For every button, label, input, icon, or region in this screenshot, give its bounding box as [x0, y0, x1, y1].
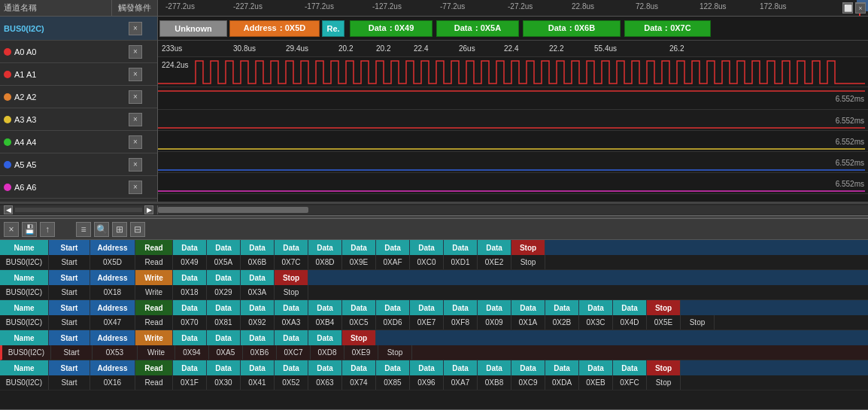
- packet-area: × 💾 ↑ ≡ 🔍 ⊞ ⊟ ⬜ × Name Start Address Rea…: [0, 219, 868, 410]
- pd-d11-3: 0X1A: [511, 315, 545, 330]
- packet-content[interactable]: Name Start Address Read Data Data Data D…: [0, 240, 868, 409]
- packet-data-5[interactable]: BUS0(I2C) Start 0X16 Read 0X1F 0X30 0X41…: [0, 375, 868, 390]
- ph-start-2: Start: [49, 270, 90, 285]
- toolbar-close-btn[interactable]: ×: [4, 222, 19, 237]
- a3-close-button[interactable]: ×: [129, 113, 142, 126]
- pd-d11-5: 0XC9: [511, 375, 545, 390]
- packet-header-3: Name Start Address Read Data Data Data D…: [0, 300, 868, 315]
- packet-data-1[interactable]: BUS0(I2C) Start 0X5D Read 0X49 0X5A 0X6B…: [0, 255, 868, 270]
- a2-trigger: ×: [112, 90, 157, 104]
- pd-d1-5: 0X1F: [173, 375, 207, 390]
- a4-trigger: ×: [112, 135, 157, 149]
- ph-data2-2: Data: [207, 270, 241, 285]
- toolbar-search-btn[interactable]: 🔍: [94, 222, 109, 237]
- ph-name-3: Name: [0, 300, 49, 315]
- panel-control-icons: ⬜ ×: [842, 3, 866, 14]
- a6-close-button[interactable]: ×: [129, 181, 142, 194]
- ph-data1-3: Data: [173, 300, 207, 315]
- a5-close-button[interactable]: ×: [129, 158, 142, 172]
- pd-d1-1: 0X49: [173, 255, 207, 269]
- ph-data4-3: Data: [275, 300, 308, 315]
- ph-addr-4: Address: [90, 330, 135, 345]
- ph-stop-2: Stop: [275, 270, 308, 285]
- pd-d10-1: 0XE2: [478, 255, 511, 269]
- scroll-left-btn[interactable]: ◀: [4, 205, 13, 214]
- time-mark-6: -27.2us: [508, 2, 533, 11]
- ph-data1-4: Data: [173, 330, 207, 345]
- pd-d3-2: 0X3A: [241, 285, 275, 299]
- ph-data4-1: Data: [275, 240, 308, 255]
- scroll-right-btn[interactable]: ▶: [144, 205, 153, 214]
- pd-stop-5: Stop: [647, 375, 681, 390]
- bus-channel-name: BUS0(I2C): [0, 23, 112, 35]
- ph-data8-1: Data: [410, 240, 444, 255]
- toolbar-save-btn[interactable]: 💾: [22, 222, 37, 237]
- a3-signal-row: 6.552ms: [158, 152, 868, 173]
- a4-close-button[interactable]: ×: [129, 135, 142, 149]
- a3-value: 6.552ms: [836, 158, 864, 166]
- pd-d2-3: 0X81: [207, 315, 241, 330]
- toolbar-find2-btn[interactable]: ⊟: [130, 222, 145, 237]
- main-scrollbar-thumb[interactable]: [158, 207, 308, 213]
- ph-name-5: Name: [0, 360, 49, 375]
- main-scrollbar-track[interactable]: [158, 205, 868, 214]
- a1-close-button[interactable]: ×: [129, 68, 142, 81]
- ph-data5-4: Data: [308, 330, 342, 345]
- a2-close-button[interactable]: ×: [129, 90, 142, 104]
- a1-waveform: [158, 110, 868, 130]
- pd-rw-5: Read: [135, 375, 173, 390]
- pd-d1-3: 0X70: [173, 315, 207, 330]
- ph-start-4: Start: [49, 330, 90, 345]
- decode-data49: Data：0X49: [350, 20, 432, 37]
- ph-name-4: Name: [0, 330, 49, 345]
- time-mark-3: -177.2us: [305, 2, 334, 11]
- toolbar-upload-btn[interactable]: ↑: [40, 222, 55, 237]
- ph-name-1: Name: [0, 240, 49, 255]
- pd-d5-4: 0XD8: [311, 345, 344, 360]
- timing-7: 26us: [459, 44, 475, 53]
- pd-stop-4: Stop: [378, 345, 412, 360]
- timing-row: 233us 30.8us 29.4us 20.2 20.2 22.4 26us …: [158, 41, 868, 57]
- pd-d12-5: 0XDA: [545, 375, 579, 390]
- packet-panel-dock-icon[interactable]: ⬜: [842, 3, 853, 14]
- a0-close-button[interactable]: ×: [129, 45, 142, 59]
- toolbar-find-btn[interactable]: ⊞: [112, 222, 127, 237]
- packet-panel-close-icon[interactable]: ×: [855, 3, 866, 14]
- decode-address: Address：0X5D: [229, 20, 320, 37]
- time-mark-4: -127.2us: [372, 2, 402, 11]
- pd-addr-1: 0X5D: [90, 255, 135, 269]
- toolbar-list-btn[interactable]: ≡: [76, 222, 91, 237]
- decode-data7c: Data：0X7C: [624, 20, 711, 37]
- ph-addr-5: Address: [90, 360, 135, 375]
- packet-data-4[interactable]: BUS0(I2C) Start 0X53 Write 0X94 0XA5 0XB…: [0, 345, 868, 360]
- pd-start-1: Start: [49, 255, 90, 269]
- packet-header-4: Name Start Address Write Data Data Data …: [0, 330, 868, 345]
- packet-toolbar: × 💾 ↑ ≡ 🔍 ⊞ ⊟ ⬜ ×: [0, 219, 868, 240]
- packet-header-2: Name Start Address Write Data Data Data …: [0, 270, 868, 285]
- pd-d6-5: 0X74: [342, 375, 376, 390]
- channel-a0-name: A0 A0: [0, 46, 112, 58]
- a2-dot: [4, 93, 11, 101]
- bus-close-button[interactable]: ×: [129, 22, 142, 35]
- timing-11: 26.2: [669, 44, 684, 53]
- ph-data1-1: Data: [173, 240, 207, 255]
- ph-data3-4: Data: [241, 330, 275, 345]
- waveform-scrollbar[interactable]: ◀ ▶: [0, 203, 868, 215]
- pd-d14-3: 0X4D: [613, 315, 647, 330]
- ph-data2-4: Data: [207, 330, 241, 345]
- pd-d9-3: 0XF8: [444, 315, 478, 330]
- channel-row-a1: A1 A1 ×: [0, 63, 157, 86]
- ph-data4-4: Data: [275, 330, 308, 345]
- pd-addr-4: 0X53: [93, 345, 138, 360]
- ph-data14-5: Data: [613, 360, 647, 375]
- time-mark-9: 122.8us: [700, 2, 727, 11]
- sda-signal-row: 6.552ms: [158, 87, 868, 110]
- timing-5: 20.2: [376, 44, 390, 53]
- packet-data-3[interactable]: BUS0(I2C) Start 0X47 Read 0X70 0X81 0X92…: [0, 315, 868, 330]
- scroll-track[interactable]: [15, 208, 142, 212]
- pd-d6-4: 0XE9: [344, 345, 378, 360]
- ph-name-2: Name: [0, 270, 49, 285]
- time-ruler: -277.2us -227.2us -177.2us -127.2us -77.…: [158, 0, 868, 17]
- packet-data-2[interactable]: BUS0(I2C) Start 0X18 Write 0X18 0X29 0X3…: [0, 285, 868, 300]
- ph-data3-5: Data: [241, 360, 275, 375]
